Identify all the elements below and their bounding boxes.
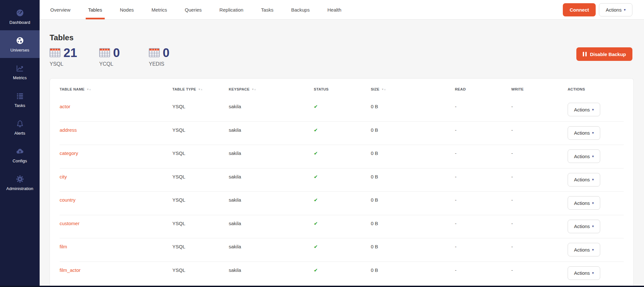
connect-button[interactable]: Connect	[563, 3, 596, 16]
col-header-actions: ACTIONS▼▲	[568, 79, 624, 98]
row-actions-button[interactable]: Actions▾	[568, 266, 600, 280]
sidebar-item-configs[interactable]: Configs	[0, 141, 40, 169]
column-label: TABLE TYPE	[172, 87, 196, 91]
write-cell: -	[511, 238, 568, 262]
row-actions-button[interactable]: Actions▾	[568, 103, 600, 116]
row-actions-label: Actions	[574, 107, 590, 112]
tab-tables[interactable]: Tables	[88, 0, 102, 19]
column-label: ACTIONS	[568, 87, 585, 91]
keyspace-cell: sakila	[229, 168, 314, 192]
row-actions-button[interactable]: Actions▾	[568, 149, 600, 163]
table-type-cell: YSQL	[172, 262, 229, 285]
stat-label: YSQL	[50, 61, 84, 67]
tab-nodes[interactable]: Nodes	[120, 0, 134, 19]
size-cell: 0 B	[371, 122, 455, 145]
column-label: WRITE	[511, 87, 524, 91]
status-success-icon: ✔	[314, 221, 318, 226]
sidebar-item-tasks[interactable]: Tasks	[0, 86, 40, 113]
tab-health[interactable]: Health	[327, 0, 341, 19]
configs-icon	[15, 147, 25, 156]
table-count-stats: 21 YSQL 0 YCQL 0	[50, 47, 184, 67]
metrics-icon	[15, 63, 25, 73]
table-name-link[interactable]: film_actor	[60, 267, 81, 273]
row-actions-button[interactable]: Actions▾	[568, 220, 600, 233]
sort-arrows-icon: ▼▲	[252, 88, 256, 91]
caret-down-icon: ▾	[592, 108, 594, 111]
table-type-cell: YSQL	[172, 192, 229, 215]
row-actions-button[interactable]: Actions▾	[568, 126, 600, 140]
row-actions-label: Actions	[574, 154, 590, 159]
col-header-table-type[interactable]: TABLE TYPE▼▲	[172, 79, 229, 98]
size-cell: 0 B	[371, 192, 455, 215]
sidebar-item-label: Metrics	[13, 75, 27, 80]
keyspace-cell: sakila	[229, 98, 314, 121]
sidebar-item-administration[interactable]: Administration	[0, 169, 40, 196]
table-name-link[interactable]: category	[60, 150, 78, 156]
table-name-link[interactable]: customer	[60, 221, 80, 226]
tab-metrics[interactable]: Metrics	[151, 0, 167, 19]
row-actions-button[interactable]: Actions▾	[568, 196, 600, 210]
col-header-size[interactable]: SIZE▼▲	[371, 79, 455, 98]
dashboard-icon	[15, 8, 25, 18]
row-actions-button[interactable]: Actions▾	[568, 173, 600, 187]
caret-down-icon: ▾	[592, 271, 594, 275]
tab-replication[interactable]: Replication	[219, 0, 243, 19]
table-grid-icon	[149, 48, 160, 58]
sidebar-item-metrics[interactable]: Metrics	[0, 58, 40, 86]
tab-tasks[interactable]: Tasks	[261, 0, 273, 19]
table-name-link[interactable]: address	[60, 127, 77, 133]
table-name-link[interactable]: actor	[60, 104, 70, 109]
keyspace-cell: sakila	[229, 122, 314, 145]
caret-down-icon: ▾	[592, 248, 594, 252]
nav-tabs: Overview Tables Nodes Metrics Queries Re…	[50, 0, 341, 19]
table-type-cell: YSQL	[172, 238, 229, 262]
disable-backup-button[interactable]: Disable Backup	[576, 47, 632, 61]
tab-queries[interactable]: Queries	[185, 0, 202, 19]
size-cell: 0 B	[371, 145, 455, 168]
stat-count: 0	[113, 47, 120, 59]
status-success-icon: ✔	[314, 267, 318, 273]
tab-label: Queries	[185, 7, 202, 13]
column-label: TABLE NAME	[60, 87, 85, 91]
tab-label: Overview	[50, 7, 71, 13]
read-cell: -	[455, 192, 511, 215]
sidebar-item-alerts[interactable]: Alerts	[0, 113, 40, 141]
table-type-cell: YSQL	[172, 168, 229, 192]
row-actions-label: Actions	[574, 200, 590, 206]
table-name-link[interactable]: film	[60, 244, 67, 249]
stat-count: 21	[63, 47, 77, 59]
table-type-cell: YSQL	[172, 215, 229, 238]
table-row: category YSQL sakila ✔ 0 B - - Actions▾	[60, 145, 624, 168]
stat-label: YCQL	[99, 61, 134, 67]
sort-arrows-icon: ▼▲	[87, 88, 91, 91]
tab-label: Health	[327, 7, 341, 13]
stat-count: 0	[163, 47, 169, 59]
tab-backups[interactable]: Backups	[291, 0, 310, 19]
table-row: film YSQL sakila ✔ 0 B - - Actions▾	[60, 238, 624, 262]
table-name-link[interactable]: country	[60, 197, 75, 203]
sidebar-item-dashboard[interactable]: Dashboard	[0, 3, 40, 30]
caret-down-icon: ▾	[592, 131, 594, 135]
table-name-link[interactable]: city	[60, 174, 67, 179]
page-title: Tables	[50, 33, 73, 42]
write-cell: -	[511, 145, 568, 168]
tab-label: Metrics	[151, 7, 167, 13]
row-actions-label: Actions	[574, 130, 590, 136]
col-header-write: WRITE▼▲	[511, 79, 568, 98]
sort-arrows-icon: ▼▲	[381, 88, 386, 91]
table-type-cell: YSQL	[172, 98, 229, 121]
sidebar-item-universes[interactable]: Universes	[0, 30, 40, 58]
administration-icon	[15, 174, 25, 184]
tab-overview[interactable]: Overview	[50, 0, 71, 19]
status-success-icon: ✔	[314, 150, 318, 156]
col-header-keyspace[interactable]: KEYSPACE▼▲	[229, 79, 314, 98]
actions-dropdown-button[interactable]: Actions▾	[599, 3, 632, 16]
sidebar-item-label: Tasks	[14, 103, 25, 108]
sidebar-item-label: Universes	[10, 48, 29, 53]
table-type-cell: YSQL	[172, 145, 229, 168]
row-actions-button[interactable]: Actions▾	[568, 243, 600, 256]
table-body: actor YSQL sakila ✔ 0 B - - Actions▾ add…	[60, 98, 624, 285]
column-label: READ	[455, 87, 466, 91]
col-header-table-name[interactable]: TABLE NAME▼▲	[60, 79, 172, 98]
read-cell: -	[455, 122, 511, 145]
